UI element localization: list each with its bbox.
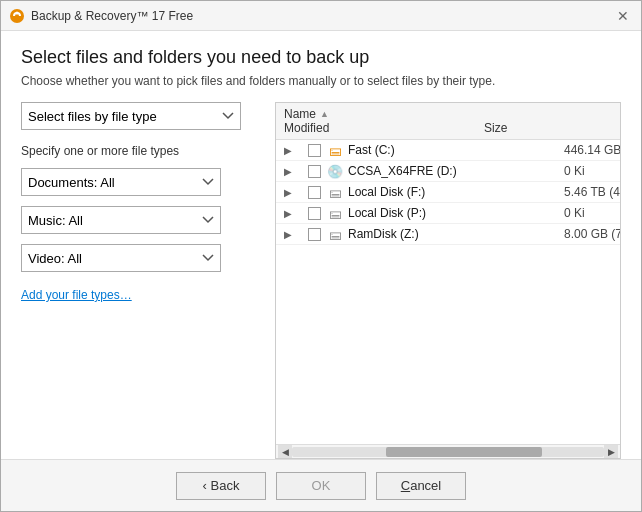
specify-label: Specify one or more file types: [21, 144, 261, 158]
expand-icon[interactable]: ▶: [284, 229, 308, 240]
scroll-left-button[interactable]: ◀: [278, 445, 292, 459]
file-size: 0 Ki: [564, 206, 620, 220]
main-window: Backup & Recovery™ 17 Free ✕ Select file…: [0, 0, 642, 512]
window-title: Backup & Recovery™ 17 Free: [31, 9, 193, 23]
col-size: Size: [484, 121, 564, 135]
documents-dropdown[interactable]: Documents: All: [21, 168, 221, 196]
file-type-selector[interactable]: Select files by file type: [21, 102, 241, 130]
page-subtitle: Choose whether you want to pick files an…: [21, 74, 621, 88]
music-dropdown[interactable]: Music: All: [21, 206, 221, 234]
file-name: Local Disk (F:): [348, 185, 484, 199]
table-row[interactable]: ▶ 🖴 RamDisk (Z:) 8.00 GB (7: [276, 224, 620, 245]
file-size: 8.00 GB (7: [564, 227, 620, 241]
drive-icon: 🖴: [326, 143, 344, 157]
table-row[interactable]: ▶ 🖴 Fast (C:) 446.14 GB (222: [276, 140, 620, 161]
expand-icon[interactable]: ▶: [284, 208, 308, 219]
svg-point-0: [10, 9, 24, 23]
table-row[interactable]: ▶ 🖴 Local Disk (F:) 5.46 TB (4: [276, 182, 620, 203]
row-checkbox[interactable]: [308, 186, 321, 199]
app-icon: [9, 8, 25, 24]
add-file-types-button[interactable]: Add your file types…: [21, 288, 261, 302]
table-row[interactable]: ▶ 💿 CCSA_X64FRE (D:) 0 Ki: [276, 161, 620, 182]
drive-icon: 🖴: [326, 206, 344, 220]
expand-icon[interactable]: ▶: [284, 145, 308, 156]
ok-button[interactable]: OK: [276, 472, 366, 500]
svg-point-1: [16, 11, 19, 14]
back-button[interactable]: ‹ Back: [176, 472, 266, 500]
file-name: Local Disk (P:): [348, 206, 484, 220]
expand-icon[interactable]: ▶: [284, 166, 308, 177]
footer: ‹ Back OK Cancel: [1, 459, 641, 511]
scrollbar-thumb[interactable]: [386, 447, 542, 457]
titlebar: Backup & Recovery™ 17 Free ✕: [1, 1, 641, 31]
table-row[interactable]: ▶ 🖴 Local Disk (P:) 0 Ki: [276, 203, 620, 224]
horizontal-scrollbar: ◀ ▶: [276, 444, 620, 458]
col-modified: Modified: [284, 121, 484, 135]
expand-icon[interactable]: ▶: [284, 187, 308, 198]
titlebar-left: Backup & Recovery™ 17 Free: [9, 8, 193, 24]
row-checkbox[interactable]: [308, 144, 321, 157]
file-size: 446.14 GB (222: [564, 143, 620, 157]
file-name: RamDisk (Z:): [348, 227, 484, 241]
file-tree-panel: Name ▲ Modified Size ▶ 🖴 Fast (C:) 446.1: [275, 102, 621, 459]
row-checkbox[interactable]: [308, 207, 321, 220]
left-panel: Select files by file type Specify one or…: [21, 102, 261, 459]
drive-icon: 💿: [326, 164, 344, 178]
main-body: Select files by file type Specify one or…: [21, 102, 621, 459]
file-table-body: ▶ 🖴 Fast (C:) 446.14 GB (222 ▶ 💿 CCSA_X6…: [276, 140, 620, 444]
row-checkbox[interactable]: [308, 165, 321, 178]
page-title: Select files and folders you need to bac…: [21, 47, 621, 68]
file-size: 5.46 TB (4: [564, 185, 620, 199]
file-name: Fast (C:): [348, 143, 484, 157]
row-checkbox[interactable]: [308, 228, 321, 241]
drive-icon: 🖴: [326, 185, 344, 199]
cancel-button[interactable]: Cancel: [376, 472, 466, 500]
close-button[interactable]: ✕: [613, 6, 633, 26]
file-table-header: Name ▲ Modified Size: [276, 103, 620, 140]
file-name: CCSA_X64FRE (D:): [348, 164, 484, 178]
file-size: 0 Ki: [564, 164, 620, 178]
content-area: Select files and folders you need to bac…: [1, 31, 641, 459]
col-name: Name ▲: [284, 107, 621, 121]
scroll-right-button[interactable]: ▶: [604, 445, 618, 459]
video-dropdown[interactable]: Video: All: [21, 244, 221, 272]
drive-icon: 🖴: [326, 227, 344, 241]
scrollbar-track[interactable]: [292, 447, 604, 457]
